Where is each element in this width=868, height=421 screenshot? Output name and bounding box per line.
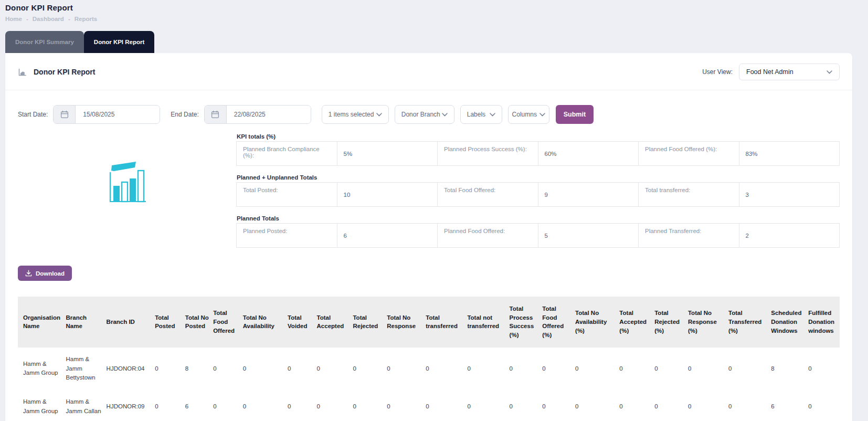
table-cell: 0 bbox=[728, 348, 771, 390]
report-table-wrap: Organisation NameBranch NameBranch IDTot… bbox=[18, 297, 840, 421]
page-title: Donor KPI Report bbox=[5, 3, 868, 12]
kpi-section-heading: Planned + Unplanned Totals bbox=[237, 174, 840, 181]
breadcrumb-separator: - bbox=[68, 16, 70, 22]
card-header: Donor KPI Report User View: Food Net Adm… bbox=[5, 53, 852, 90]
table-cell: 0 bbox=[467, 348, 509, 390]
kpi-value: 5 bbox=[538, 224, 639, 248]
calendar-icon[interactable] bbox=[205, 106, 227, 123]
kpi-value: 6 bbox=[337, 224, 438, 248]
table-cell: 8 bbox=[185, 348, 213, 390]
table-cell: 0 bbox=[353, 348, 387, 390]
kpi-label: Total transferred: bbox=[639, 183, 739, 207]
table-row: Hamm & Jamm GroupHamm & Jamm BettystownH… bbox=[18, 348, 840, 390]
table-cell: 0 bbox=[155, 390, 185, 421]
table-cell: 0 bbox=[688, 348, 728, 390]
bar-chart-icon bbox=[18, 68, 27, 77]
table-cell: 0 bbox=[387, 390, 426, 421]
organisation-multiselect[interactable]: 1 items selected bbox=[322, 105, 389, 124]
card-title: Donor KPI Report bbox=[34, 68, 95, 76]
columns-dropdown-value: Columns bbox=[512, 111, 537, 118]
table-cell: Hamm & Jamm Callan bbox=[66, 390, 107, 421]
column-header: Total Transferred (%) bbox=[728, 297, 771, 348]
report-table: Organisation NameBranch NameBranch IDTot… bbox=[18, 297, 840, 421]
table-cell: HJDONOR:09 bbox=[107, 390, 155, 421]
table-cell: 0 bbox=[288, 348, 317, 390]
report-table-body: Hamm & Jamm GroupHamm & Jamm BettystownH… bbox=[18, 348, 840, 421]
table-cell: 0 bbox=[575, 390, 619, 421]
table-cell: 0 bbox=[728, 390, 771, 421]
column-header: Total not transferred bbox=[467, 297, 509, 348]
column-header: Branch ID bbox=[107, 297, 155, 348]
kpi-value: 9 bbox=[538, 183, 639, 207]
column-header: Total Rejected (%) bbox=[654, 297, 688, 348]
table-cell: 0 bbox=[808, 348, 840, 390]
kpi-tables: KPI totals (%) Planned Branch Compliance… bbox=[236, 133, 840, 256]
kpi-label: Planned Food Offered: bbox=[438, 224, 538, 248]
table-cell: 8 bbox=[771, 348, 808, 390]
donor-branch-dropdown-value: Donor Branch bbox=[401, 111, 440, 118]
kpi-value: 83% bbox=[739, 142, 840, 166]
table-cell: 0 bbox=[353, 390, 387, 421]
download-button-label: Download bbox=[36, 270, 65, 277]
labels-dropdown[interactable]: Labels bbox=[460, 105, 502, 124]
column-header: Total Posted bbox=[155, 297, 185, 348]
page-header: Donor KPI Report Home - Dashboard - Repo… bbox=[0, 0, 868, 22]
kpi-label: Planned Posted: bbox=[237, 224, 337, 248]
table-cell: 0 bbox=[510, 348, 543, 390]
chevron-down-icon bbox=[490, 113, 495, 117]
column-header: Total No Response bbox=[387, 297, 426, 348]
end-date-group bbox=[204, 105, 311, 124]
columns-dropdown[interactable]: Columns bbox=[508, 105, 549, 124]
bar-chart-illustration bbox=[18, 133, 236, 256]
download-icon bbox=[25, 270, 32, 277]
report-card: Donor KPI Report User View: Food Net Adm… bbox=[5, 53, 852, 421]
column-header: Total Food Offered bbox=[213, 297, 243, 348]
table-cell: 0 bbox=[575, 348, 619, 390]
table-cell: 0 bbox=[213, 390, 243, 421]
submit-button[interactable]: Submit bbox=[556, 105, 594, 124]
end-date-input[interactable] bbox=[227, 106, 311, 123]
tab-bar: Donor KPI Summary Donor KPI Report bbox=[5, 31, 868, 53]
labels-dropdown-value: Labels bbox=[467, 111, 485, 118]
column-header: Fulfilled Donation windows bbox=[808, 297, 840, 348]
kpi-summary-area: KPI totals (%) Planned Branch Compliance… bbox=[5, 127, 852, 256]
kpi-label: Total Posted: bbox=[237, 183, 337, 207]
kpi-value: 60% bbox=[538, 142, 639, 166]
breadcrumb-reports[interactable]: Reports bbox=[75, 16, 97, 22]
column-header: Total transferred bbox=[426, 297, 467, 348]
table-cell: 0 bbox=[808, 390, 840, 421]
table-cell: 0 bbox=[426, 390, 467, 421]
table-cell: 0 bbox=[243, 390, 288, 421]
column-header: Total No Availability bbox=[243, 297, 288, 348]
download-button[interactable]: Download bbox=[18, 266, 72, 281]
breadcrumb-home[interactable]: Home bbox=[5, 16, 22, 22]
table-cell: 0 bbox=[619, 348, 654, 390]
tab-donor-kpi-summary[interactable]: Donor KPI Summary bbox=[5, 31, 84, 53]
kpi-value: 2 bbox=[739, 224, 840, 248]
table-cell: 0 bbox=[542, 390, 575, 421]
table-row: Hamm & Jamm GroupHamm & Jamm CallanHJDON… bbox=[18, 390, 840, 421]
table-cell: 0 bbox=[542, 348, 575, 390]
kpi-section-totals-percent: KPI totals (%) Planned Branch Compliance… bbox=[236, 133, 840, 166]
donor-branch-dropdown[interactable]: Donor Branch bbox=[395, 105, 454, 124]
start-date-input[interactable] bbox=[76, 106, 160, 123]
column-header: Branch Name bbox=[66, 297, 107, 348]
kpi-section-planned: Planned Totals Planned Posted: 6 Planned… bbox=[236, 215, 840, 248]
table-cell: 0 bbox=[510, 390, 543, 421]
table-cell: 0 bbox=[317, 348, 353, 390]
calendar-icon[interactable] bbox=[54, 106, 76, 123]
kpi-label: Planned Transferred: bbox=[639, 224, 739, 248]
filter-bar: Start Date: End Date: 1 items selected bbox=[5, 90, 852, 127]
column-header: Scheduled Donation Windows bbox=[771, 297, 808, 348]
breadcrumb-dashboard[interactable]: Dashboard bbox=[33, 16, 64, 22]
column-header: Total Voided bbox=[288, 297, 317, 348]
table-cell: HJDONOR:04 bbox=[107, 348, 155, 390]
user-view-select[interactable]: Food Net Admin bbox=[739, 64, 840, 80]
column-header: Total Food Offered (%) bbox=[542, 297, 575, 348]
chevron-down-icon bbox=[827, 70, 832, 74]
kpi-section-heading: KPI totals (%) bbox=[237, 133, 840, 140]
user-view-label: User View: bbox=[702, 68, 733, 76]
tab-donor-kpi-report[interactable]: Donor KPI Report bbox=[84, 31, 154, 53]
table-cell: 0 bbox=[317, 390, 353, 421]
chevron-down-icon bbox=[376, 113, 382, 117]
